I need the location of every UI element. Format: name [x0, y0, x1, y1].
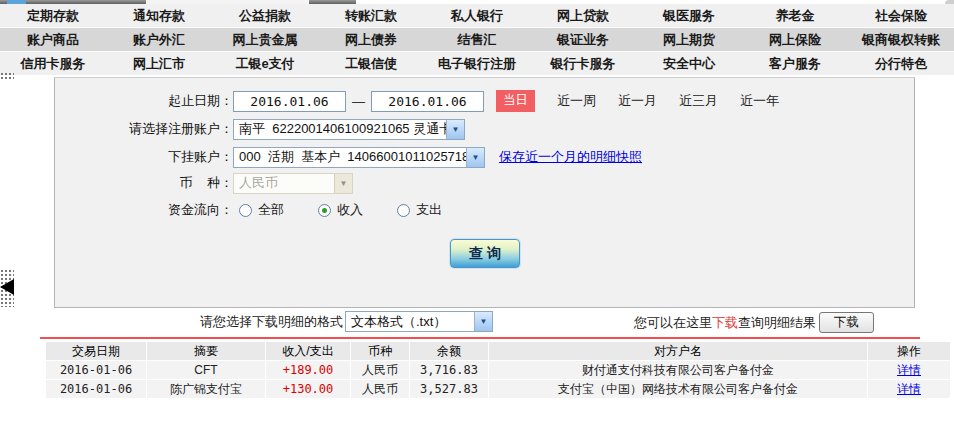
- cell-balance: 3,527.83: [410, 380, 488, 398]
- currency-value: 人民币: [239, 174, 334, 192]
- quick-range-month[interactable]: 近一月: [618, 92, 657, 110]
- flow-radio-expense-label: 支出: [416, 201, 442, 219]
- nav-item-bank-card-service[interactable]: 银行卡服务: [530, 52, 636, 75]
- quick-range-quarter[interactable]: 近三月: [679, 92, 718, 110]
- column-header-action: 操作: [868, 342, 950, 360]
- nav-item-forex-settlement[interactable]: 结售汇: [424, 28, 530, 51]
- query-form-panel: 起止日期： — 当日 近一周 近一月 近三月 近一年 请选择注册账户： 南平 6…: [54, 77, 915, 308]
- cell-date: 2016-01-06: [46, 380, 146, 398]
- nav-item-online-insurance[interactable]: 网上保险: [742, 28, 848, 51]
- cell-counterparty: 财付通支付科技有限公司客户备付金: [489, 361, 867, 379]
- date-range-row: 起止日期： — 当日 近一周 近一月 近三月 近一年: [55, 90, 779, 112]
- flow-radio-income[interactable]: 收入: [318, 201, 363, 219]
- sub-account-row: 下挂账户： 000 活期 基本户 1406600101102571848 ▼ 保…: [55, 146, 642, 168]
- register-account-label: 请选择注册账户：: [55, 120, 233, 138]
- nav-item-security-center[interactable]: 安全中心: [636, 52, 742, 75]
- nav-item-credit-card-service[interactable]: 信用卡服务: [0, 52, 106, 75]
- download-hint-highlight: 下载: [712, 314, 738, 332]
- radio-icon: [397, 204, 410, 217]
- chevron-down-icon[interactable]: ▼: [446, 120, 464, 139]
- nav-row-1: 定期存款 通知存款 公益捐款 转账汇款 私人银行 网上贷款 银医服务 养老金 社…: [0, 4, 954, 28]
- quick-range-week[interactable]: 近一周: [557, 92, 596, 110]
- column-header-counterparty: 对方户名: [489, 342, 867, 360]
- nav-item-fixed-deposit[interactable]: 定期存款: [0, 4, 106, 27]
- cell-balance: 3,716.83: [410, 361, 488, 379]
- download-format-select[interactable]: 文本格式（.txt） ▼: [345, 311, 493, 332]
- download-result-group: 您可以在这里 下载 查询明细结果 下载: [634, 312, 874, 333]
- nav-item-pension[interactable]: 养老金: [742, 4, 848, 27]
- download-hint-prefix: 您可以在这里: [634, 314, 712, 332]
- nav-item-online-forex-market[interactable]: 网上汇市: [106, 52, 212, 75]
- nav-item-online-loan[interactable]: 网上贷款: [530, 4, 636, 27]
- nav-row-2: 账户商品 账户外汇 网上贵金属 网上债券 结售汇 银证业务 网上期货 网上保险 …: [0, 28, 954, 52]
- nav-item-private-banking[interactable]: 私人银行: [424, 4, 530, 27]
- nav-item-icbc-epay[interactable]: 工银e支付: [212, 52, 318, 75]
- flow-radio-expense[interactable]: 支出: [397, 201, 442, 219]
- nav-item-notice-deposit[interactable]: 通知存款: [106, 4, 212, 27]
- nav-item-online-bond[interactable]: 网上债券: [318, 28, 424, 51]
- cell-date: 2016-01-06: [46, 361, 146, 379]
- download-format-value: 文本格式（.txt）: [351, 313, 474, 331]
- sub-account-label: 下挂账户：: [55, 148, 233, 166]
- cell-summary: CFT: [147, 361, 265, 379]
- column-header-currency: 币种: [351, 342, 409, 360]
- flow-direction-label: 资金流向：: [55, 201, 233, 219]
- nav-item-precious-metal[interactable]: 网上贵金属: [212, 28, 318, 51]
- nav-item-bank-merchant-transfer[interactable]: 银商银权转账: [848, 28, 954, 51]
- flow-radio-income-label: 收入: [337, 201, 363, 219]
- nav-item-customer-service[interactable]: 客户服务: [742, 52, 848, 75]
- chevron-down-icon[interactable]: ▼: [466, 148, 484, 167]
- transaction-table: 交易日期 摘要 收入/支出 币种 余额 对方户名 操作 2016-01-06 C…: [46, 342, 950, 398]
- flow-radio-all-label: 全部: [258, 201, 284, 219]
- currency-select: 人民币 ▼: [233, 173, 353, 194]
- date-range-label: 起止日期：: [55, 92, 233, 110]
- radio-icon: [239, 204, 252, 217]
- nav-row-3: 信用卡服务 网上汇市 工银e支付 工银信使 电子银行注册 银行卡服务 安全中心 …: [0, 52, 954, 76]
- date-range-separator: —: [352, 94, 365, 109]
- splitter-dots-top: [0, 72, 14, 79]
- column-header-amount: 收入/支出: [266, 342, 350, 360]
- save-monthly-snapshot-link[interactable]: 保存近一个月的明细快照: [499, 148, 642, 166]
- end-date-input[interactable]: [371, 91, 484, 112]
- cell-summary: 陈广锦支付宝: [147, 380, 265, 398]
- sub-account-select[interactable]: 000 活期 基本户 1406600101102571848 ▼: [233, 147, 485, 168]
- start-date-input[interactable]: [233, 91, 346, 112]
- sidebar-collapse-arrow-icon[interactable]: [0, 279, 14, 295]
- column-header-date: 交易日期: [46, 342, 146, 360]
- nav-item-social-insurance[interactable]: 社会保险: [848, 4, 954, 27]
- flow-radio-all[interactable]: 全部: [239, 201, 284, 219]
- query-button[interactable]: 查 询: [450, 239, 520, 268]
- nav-item-transfer-remit[interactable]: 转账汇款: [318, 4, 424, 27]
- detail-link[interactable]: 详情: [868, 380, 950, 398]
- chevron-down-icon: ▼: [334, 174, 352, 193]
- currency-label: 币 种：: [55, 174, 233, 192]
- cell-amount: +130.00: [266, 380, 350, 398]
- nav-item-ebank-register[interactable]: 电子银行注册: [424, 52, 530, 75]
- nav-item-bank-medical[interactable]: 银医服务: [636, 4, 742, 27]
- register-account-value: 南平 6222001406100921065 灵通卡: [239, 120, 446, 138]
- table-top-divider: [40, 337, 920, 339]
- nav-item-branch-features[interactable]: 分行特色: [848, 52, 954, 75]
- nav-item-online-futures[interactable]: 网上期货: [636, 28, 742, 51]
- nav-item-icbc-messenger[interactable]: 工银信使: [318, 52, 424, 75]
- nav-item-account-forex[interactable]: 账户外汇: [106, 28, 212, 51]
- nav-item-charity-donation[interactable]: 公益捐款: [212, 4, 318, 27]
- download-format-group: 请您选择下载明细的格式 文本格式（.txt） ▼: [200, 311, 493, 332]
- download-button[interactable]: 下载: [819, 312, 874, 333]
- radio-checked-icon: [318, 204, 331, 217]
- register-account-select[interactable]: 南平 6222001406100921065 灵通卡 ▼: [233, 119, 465, 140]
- cell-counterparty: 支付宝（中国）网络技术有限公司客户备付金: [489, 380, 867, 398]
- download-hint-suffix: 查询明细结果: [738, 314, 816, 332]
- column-header-summary: 摘要: [147, 342, 265, 360]
- top-navigation: 定期存款 通知存款 公益捐款 转账汇款 私人银行 网上贷款 银医服务 养老金 社…: [0, 4, 954, 76]
- quick-range-year[interactable]: 近一年: [740, 92, 779, 110]
- detail-link[interactable]: 详情: [868, 361, 950, 379]
- sub-account-value: 000 活期 基本户 1406600101102571848: [239, 148, 466, 166]
- cell-amount: +189.00: [266, 361, 350, 379]
- cell-currency: 人民币: [351, 380, 409, 398]
- flow-radio-group: 全部 收入 支出: [239, 201, 476, 219]
- chevron-down-icon[interactable]: ▼: [474, 312, 492, 331]
- quick-range-today-badge[interactable]: 当日: [496, 90, 535, 112]
- nav-item-bank-securities[interactable]: 银证业务: [530, 28, 636, 51]
- nav-item-account-commodity[interactable]: 账户商品: [0, 28, 106, 51]
